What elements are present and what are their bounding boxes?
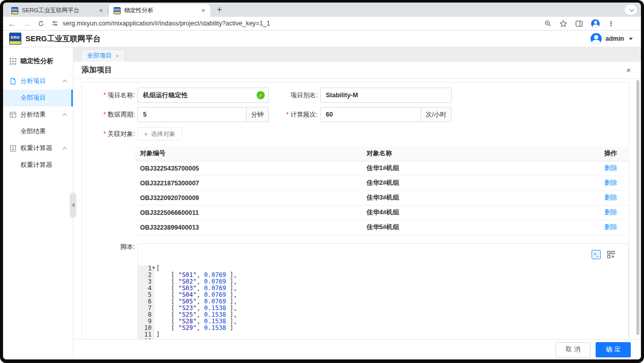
confirm-button[interactable]: 确定: [596, 342, 631, 357]
sidebar-group-weight-calculator[interactable]: 权重计算器: [3, 140, 73, 157]
sidebar-collapse-handle[interactable]: [70, 192, 76, 218]
username: admin: [605, 35, 624, 42]
site-settings-icon[interactable]: [51, 20, 59, 27]
serg-favicon-icon: ERG: [11, 7, 18, 14]
panel-header: 添加项目 ×: [73, 62, 641, 79]
project-alias-label: 项目别名:: [269, 88, 318, 103]
new-tab-button[interactable]: +: [213, 4, 226, 16]
browser-tab-serg[interactable]: ERG SERG工业互联网平台 ×: [6, 4, 108, 17]
json-code-editor[interactable]: 1[2 [ "S01", 0.0769 ],3 [ "S02", 0.0769 …: [138, 265, 628, 340]
app-logo: ERG: [9, 33, 21, 45]
tab-close-icon[interactable]: ×: [201, 7, 205, 14]
browser-tab-title: SERG工业互联网平台: [22, 7, 95, 14]
document-icon: [10, 78, 16, 85]
serg-favicon-icon: ERG: [114, 7, 121, 14]
select-object-button[interactable]: + 选择对象: [137, 127, 182, 141]
sidebar-item-all-results[interactable]: 全部结果: [3, 123, 73, 140]
script-editor-container: >_ 1[2 [ "S01", 0.0769 ],3 [ "S02", 0.07…: [137, 243, 629, 340]
column-object-name: 对象名称: [361, 147, 599, 161]
object-name-cell: 佳华3#机组: [361, 190, 599, 205]
side-panel-icon[interactable]: [575, 20, 583, 27]
object-id-cell: OBJ3225435700005: [135, 161, 361, 176]
project-name-input[interactable]: [137, 88, 269, 103]
table-icon: [10, 111, 16, 118]
sidebar: 稳定性分析 分析项目 全部项目 分析结果 全部结果 权重计算器: [3, 47, 73, 359]
chrome-toolbar-right: ⋮: [544, 19, 636, 28]
object-id-cell: OBJ3220920700009: [135, 190, 361, 205]
tab-close-icon[interactable]: ×: [99, 7, 103, 14]
code-line: 11]: [138, 331, 628, 338]
calc-frequency-input[interactable]: [320, 107, 421, 122]
reload-icon[interactable]: [38, 20, 44, 27]
table-row: OBJ3225066600011 佳华4#机组 删除: [135, 205, 630, 220]
format-layout-icon[interactable]: [607, 250, 615, 259]
bookmark-star-icon[interactable]: [559, 20, 567, 27]
calc-frequency-label: 计算频次:: [269, 107, 318, 122]
object-name-cell: 佳华1#机组: [361, 161, 599, 176]
object-name-cell: 佳华4#机组: [361, 205, 599, 220]
object-id-cell: OBJ3221875300007: [135, 176, 361, 190]
back-icon[interactable]: ←: [8, 20, 16, 27]
data-period-input[interactable]: [137, 107, 246, 122]
add-project-panel: 添加项目 × 项目名称: ✓ 项目别名:: [73, 62, 641, 359]
chrome-menu-icon[interactable]: ⋮: [608, 20, 614, 27]
panel-body: 项目名称: ✓ 项目别名: 数据周期:: [73, 79, 641, 339]
forward-icon[interactable]: →: [23, 20, 31, 27]
app-title: SERG工业互联网平台: [25, 34, 101, 44]
chevron-up-icon: [63, 147, 67, 151]
sidebar-group-analysis-projects[interactable]: 分析项目: [3, 73, 73, 90]
calc-frequency-unit: 次/小时: [421, 107, 452, 122]
panel-footer: 取消 确定: [73, 339, 641, 359]
browser-window: ERG SERG工业互联网平台 × ERG 稳定性分析 × + ← → serg…: [3, 3, 641, 359]
cancel-button[interactable]: 取消: [555, 342, 591, 357]
browser-tab-stability[interactable]: ERG 稳定性分析 ×: [108, 4, 210, 17]
panel-scrollbar[interactable]: [636, 80, 639, 338]
user-avatar[interactable]: [591, 33, 602, 44]
code-line: 12: [138, 338, 628, 340]
code-line: 10 [ "S29", 0.1538 ]: [138, 325, 628, 331]
content-area: 全部项目 × 添加项目 × 项目名称: ✓: [73, 47, 641, 359]
object-id-cell: OBJ3225066600011: [135, 205, 361, 220]
address-bar[interactable]: serg.mixyun.com/mixapplication/#/indass/…: [51, 20, 537, 27]
delete-link[interactable]: 删除: [604, 209, 617, 216]
sidebar-item-weight-calculator[interactable]: 权重计算器: [3, 157, 73, 174]
chevron-down-icon: [629, 7, 634, 12]
chevron-up-icon: [63, 113, 67, 117]
object-name-cell: 佳华5#机组: [361, 220, 599, 235]
sidebar-module-title: 稳定性分析: [3, 52, 73, 73]
chevron-up-icon: [63, 79, 67, 83]
console-icon[interactable]: >_: [592, 250, 601, 259]
app-header: ERG SERG工业互联网平台 admin: [3, 31, 641, 47]
object-id-cell: OBJ3223899400013: [135, 220, 361, 235]
browser-tab-bar: ERG SERG工业互联网平台 × ERG 稳定性分析 × +: [3, 3, 641, 17]
add-project-form: 项目名称: ✓ 项目别名: 数据周期:: [81, 82, 629, 339]
table-row: OBJ3225435700005 佳华1#机组 删除: [135, 161, 630, 176]
sidebar-group-analysis-results[interactable]: 分析结果: [3, 106, 73, 123]
collapse-arrow-icon: [72, 203, 74, 207]
zoom-icon[interactable]: [544, 20, 551, 27]
delete-link[interactable]: 删除: [604, 224, 617, 231]
caret-down-icon: [629, 38, 633, 40]
delete-link[interactable]: 删除: [604, 164, 617, 172]
url-text: serg.mixyun.com/mixapplication/#/indass/…: [63, 20, 270, 27]
scrollbar-thumb[interactable]: [636, 80, 639, 335]
chrome-profile-avatar[interactable]: [591, 19, 600, 28]
tab-search-button[interactable]: [625, 5, 637, 15]
object-table: 对象编号 对象名称 操作 OBJ3225435700005 佳华1#机组 删除 …: [135, 147, 630, 235]
delete-link[interactable]: 删除: [604, 179, 617, 186]
close-icon[interactable]: ×: [626, 66, 631, 74]
workspace-tab-all-projects[interactable]: 全部项目 ×: [81, 49, 125, 62]
table-row: OBJ3223899400013 佳华5#机组 删除: [135, 220, 630, 235]
browser-url-bar: ← → serg.mixyun.com/mixapplication/#/ind…: [3, 17, 641, 31]
data-period-unit: 分钟: [246, 107, 269, 122]
delete-link[interactable]: 删除: [604, 194, 617, 201]
tab-close-icon[interactable]: ×: [116, 53, 119, 59]
grid-icon: [10, 58, 16, 65]
project-name-label: 项目名称:: [82, 88, 135, 103]
table-row: OBJ3221875300007 佳华2#机组 删除: [135, 176, 630, 190]
column-object-id: 对象编号: [135, 147, 361, 161]
script-label: 脚本:: [82, 243, 135, 250]
project-alias-input[interactable]: [320, 88, 452, 103]
user-menu[interactable]: admin: [591, 33, 633, 44]
sidebar-item-all-projects[interactable]: 全部项目: [3, 90, 73, 106]
